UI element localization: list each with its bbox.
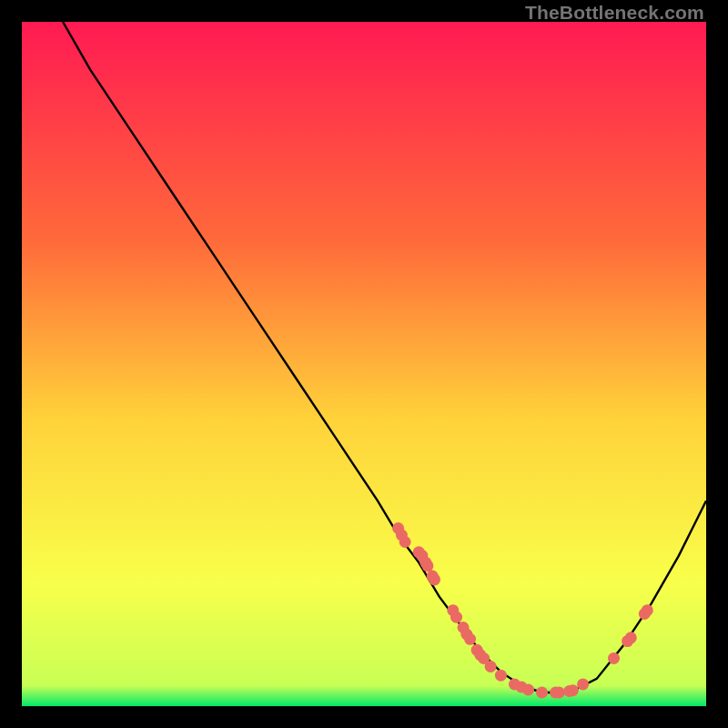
data-point xyxy=(450,612,462,623)
gradient-bg xyxy=(22,22,706,706)
data-point xyxy=(429,573,440,585)
data-point xyxy=(464,633,476,645)
data-point xyxy=(608,652,620,664)
chart-frame xyxy=(22,22,706,706)
data-point xyxy=(421,560,433,571)
data-point xyxy=(625,632,637,643)
data-point xyxy=(567,684,579,696)
watermark-text: TheBottleneck.com xyxy=(525,2,704,24)
data-point xyxy=(553,687,565,699)
bottleneck-chart xyxy=(22,22,706,706)
data-point xyxy=(495,670,507,682)
data-point xyxy=(522,684,534,696)
data-point xyxy=(536,687,548,699)
data-point xyxy=(577,678,589,690)
data-point xyxy=(642,604,653,616)
data-point xyxy=(485,661,497,672)
data-point xyxy=(399,536,411,548)
